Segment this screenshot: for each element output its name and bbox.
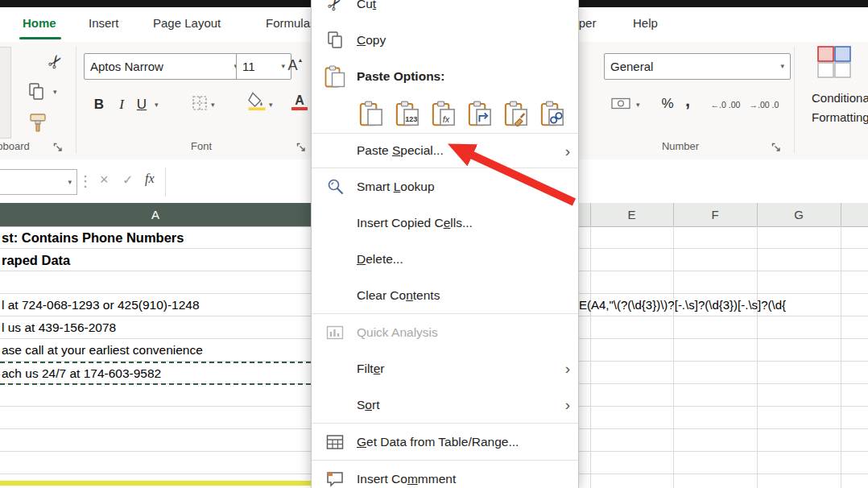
menu-item-get-data[interactable]: Get Data from Table/Range... xyxy=(312,424,578,460)
font-color-button[interactable]: A xyxy=(290,90,309,114)
name-box-separator-dots: ⋮ xyxy=(78,172,93,190)
yellow-highlight-strip xyxy=(0,481,311,486)
menu-item-insert-copied-cells-label: Insert Copied Cells... xyxy=(357,216,473,230)
paste-option-link[interactable] xyxy=(538,97,567,130)
font-color-icon: A xyxy=(295,94,304,107)
tab-help[interactable]: Help xyxy=(633,16,658,30)
underline-button[interactable]: U xyxy=(132,92,151,118)
number-format-value: General xyxy=(610,60,653,73)
fill-color-dropdown-icon[interactable]: ▾ xyxy=(269,101,273,109)
formula-input[interactable] xyxy=(166,163,311,199)
submenu-arrow-icon: › xyxy=(565,397,570,412)
menu-item-sort-label: Sort xyxy=(357,398,379,412)
copy-dropdown-icon[interactable]: ▾ xyxy=(53,89,57,96)
smart-lookup-icon xyxy=(323,177,347,196)
menu-item-get-data-label: Get Data from Table/Range... xyxy=(357,435,519,449)
cut-button[interactable]: ✂ xyxy=(40,47,71,77)
context-menu: ✂ Cut Copy Paste Options: 123 fx xyxy=(311,0,579,488)
increase-decimal-button[interactable]: ←.0 .00 xyxy=(707,93,744,116)
conditional-formatting-button[interactable] xyxy=(816,45,852,82)
tab-page-layout[interactable]: Page Layout xyxy=(153,16,221,30)
cell-row-6[interactable]: ase call at your earliest convenience xyxy=(0,339,312,362)
menu-item-cut[interactable]: ✂ Cut xyxy=(312,0,578,22)
paste-option-values[interactable]: 123 xyxy=(393,97,422,130)
column-header-e[interactable]: E xyxy=(590,203,673,226)
menu-item-smart-lookup[interactable]: Smart Lookup xyxy=(312,168,578,205)
menu-item-clear-contents[interactable]: Clear Contents xyxy=(312,277,578,313)
bold-button[interactable]: B xyxy=(89,92,110,118)
cell-row-7-copied[interactable]: ach us 24/7 at 174-603-9582 xyxy=(0,362,311,385)
group-divider xyxy=(794,47,795,153)
conditional-formatting-label[interactable]: Conditional Formatting xyxy=(812,89,868,127)
borders-dropdown-icon[interactable]: ▾ xyxy=(211,101,215,109)
menu-item-delete[interactable]: Delete... xyxy=(312,241,578,277)
submenu-arrow-icon: › xyxy=(565,143,570,159)
menu-item-delete-label: Delete... xyxy=(357,252,403,267)
number-group-label: Number xyxy=(640,140,721,152)
cell-row-4[interactable]: l at 724-068-1293 or 425(910)-1248 xyxy=(0,294,312,316)
enter-icon[interactable]: ✓ xyxy=(122,172,133,188)
italic-button[interactable]: I xyxy=(113,92,130,118)
menu-item-insert-comment[interactable]: Insert Commment xyxy=(312,461,578,488)
grow-font-button[interactable]: A ▲ xyxy=(282,52,309,79)
format-painter-button[interactable] xyxy=(23,110,53,140)
column-header-f[interactable]: F xyxy=(673,203,757,226)
menu-item-filter-label: Filter xyxy=(357,362,384,376)
menu-item-paste-options: Paste Options: xyxy=(312,58,578,94)
paste-button-partial[interactable] xyxy=(0,47,11,139)
number-format-combo[interactable]: General ▾ xyxy=(604,53,791,80)
insert-function-icon[interactable]: fx xyxy=(145,172,155,186)
menu-item-filter[interactable]: Filter › xyxy=(312,350,578,387)
number-dialog-launcher[interactable] xyxy=(771,141,781,155)
clipboard-group-label: Clipboard xyxy=(0,140,42,152)
tab-insert[interactable]: Insert xyxy=(89,16,119,30)
menu-item-copy-label: Copy xyxy=(357,33,386,48)
menu-item-quick-analysis-label: Quick Analysis xyxy=(357,325,438,340)
font-size-value: 11 xyxy=(242,60,255,73)
font-name-combo[interactable]: Aptos Narrow ▾ xyxy=(84,53,244,80)
borders-icon xyxy=(192,95,208,114)
name-box[interactable]: ▾ xyxy=(0,169,77,195)
font-name-value: Aptos Narrow xyxy=(90,60,163,73)
comma-style-button[interactable]: , xyxy=(680,87,696,114)
cell-row-5[interactable]: l us at 439-156-2078 xyxy=(0,316,312,339)
cell-row-2[interactable]: raped Data xyxy=(0,249,312,271)
column-header-a[interactable]: A xyxy=(0,203,311,226)
cancel-icon[interactable]: × xyxy=(100,172,109,188)
decrease-decimal-button[interactable]: →.00 .0 xyxy=(746,93,783,116)
menu-item-paste-special[interactable]: Paste Special... › xyxy=(312,134,578,167)
fill-color-button[interactable] xyxy=(246,90,267,114)
quick-analysis-icon xyxy=(323,323,347,342)
paste-option-formulas[interactable]: fx xyxy=(429,97,458,130)
menu-item-sort[interactable]: Sort › xyxy=(312,387,578,423)
tab-formulas[interactable]: Formulas xyxy=(266,16,316,30)
menu-item-insert-copied-cells[interactable]: Insert Copied Cells... xyxy=(312,205,578,241)
formula-overflow-text[interactable]: E(A4,"\(?(\d{3})\)?[-.\s]?(\d{3})[-.\s]?… xyxy=(579,294,786,316)
table-icon xyxy=(323,432,347,452)
menu-item-copy[interactable]: Copy xyxy=(312,22,578,58)
grow-font-icon: A xyxy=(288,57,298,74)
paste-option-paste[interactable] xyxy=(357,97,386,130)
percent-style-button[interactable]: % xyxy=(657,92,678,116)
clipboard-dialog-launcher[interactable] xyxy=(53,141,63,155)
active-tab-underline xyxy=(19,37,61,39)
menu-item-insert-comment-label: Insert Commment xyxy=(357,472,456,486)
copy-icon xyxy=(323,31,347,50)
paste-option-formatting[interactable] xyxy=(502,97,531,130)
font-dialog-launcher[interactable] xyxy=(296,141,306,155)
copy-button[interactable] xyxy=(21,79,52,108)
accounting-dropdown-icon[interactable]: ▾ xyxy=(636,101,640,109)
accounting-format-button[interactable] xyxy=(609,93,633,116)
tab-home[interactable]: Home xyxy=(23,16,56,30)
scissors-icon: ✂ xyxy=(43,50,68,74)
column-header-g[interactable]: G xyxy=(757,203,841,226)
paste-options-row: 123 fx xyxy=(312,94,578,133)
menu-item-smart-lookup-label: Smart Lookup xyxy=(357,180,435,194)
accounting-format-icon xyxy=(611,97,630,114)
submenu-arrow-icon: › xyxy=(565,361,570,376)
clipboard-icon xyxy=(323,65,347,88)
cell-row-1[interactable]: st: Contains Phone Numbers xyxy=(0,226,312,249)
underline-dropdown-icon[interactable]: ▾ xyxy=(155,101,159,109)
paste-option-transpose[interactable] xyxy=(465,97,494,130)
borders-button[interactable] xyxy=(190,93,209,116)
